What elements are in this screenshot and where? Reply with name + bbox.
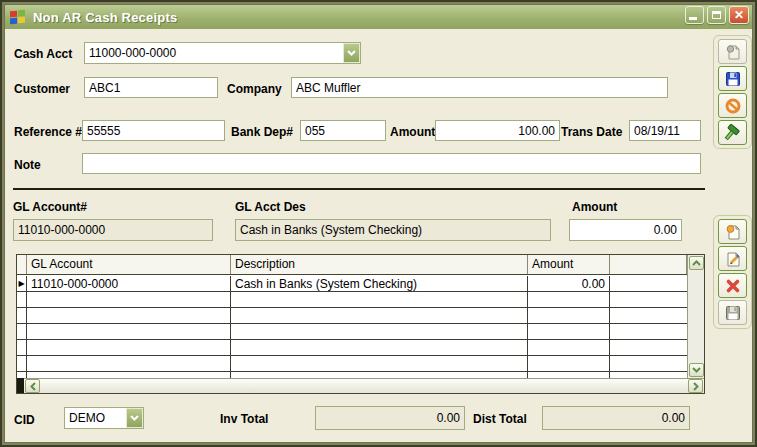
grid-column-header[interactable]: GL Account (27, 255, 231, 274)
grid-cell[interactable] (528, 356, 610, 371)
grid-cell[interactable] (610, 340, 687, 355)
reference-label: Reference # (14, 125, 82, 139)
grid-cell[interactable] (231, 308, 528, 323)
grid-cell[interactable] (27, 292, 231, 307)
grid-cell[interactable] (27, 340, 231, 355)
gl-account-label: GL Account# (13, 200, 87, 214)
note-label: Note (14, 158, 41, 172)
edit-row-button[interactable] (718, 246, 747, 271)
grid-cell[interactable]: 0.00 (528, 276, 610, 291)
bank-dep-label: Bank Dep# (231, 125, 293, 139)
close-icon: ✕ (730, 7, 748, 24)
grid-cell[interactable] (610, 276, 687, 291)
table-row[interactable]: ▶11010-000-0000Cash in Banks (System Che… (17, 276, 687, 292)
grid-column-header[interactable]: Description (231, 255, 528, 274)
grid-cell[interactable] (231, 324, 528, 339)
maximize-icon (712, 11, 721, 19)
grid-header: GL AccountDescriptionAmount (17, 255, 687, 275)
grid-cell[interactable] (610, 356, 687, 371)
current-row-marker (17, 340, 27, 355)
table-row[interactable] (17, 308, 687, 324)
gl-amount-field[interactable] (569, 219, 682, 241)
dist-total-field[interactable] (542, 406, 690, 430)
inv-total-field[interactable] (315, 406, 465, 430)
current-row-marker (17, 292, 27, 307)
cancel-button[interactable] (718, 93, 747, 118)
table-row[interactable] (17, 324, 687, 340)
save-button[interactable] (718, 66, 747, 91)
gl-acct-des-label: GL Acct Des (235, 200, 306, 214)
grid-cell[interactable] (610, 292, 687, 307)
new-document-button[interactable] (718, 39, 747, 64)
maximize-button[interactable] (707, 6, 726, 24)
current-row-marker: ▶ (17, 276, 27, 291)
grid-cell[interactable] (231, 356, 528, 371)
customer-field[interactable] (84, 77, 218, 98)
reference-field[interactable] (82, 120, 225, 141)
scroll-up-button[interactable] (689, 256, 704, 270)
current-row-marker (17, 356, 27, 371)
note-field[interactable] (82, 153, 701, 174)
grid-cell[interactable] (27, 356, 231, 371)
gl-acct-des-field[interactable] (235, 219, 551, 241)
client-area: Cash Acct 11000-000-0000 Customer Compan… (5, 29, 752, 442)
current-row-marker (17, 308, 27, 323)
grid-cell[interactable] (610, 324, 687, 339)
cid-label: CID (14, 413, 35, 427)
inv-total-label: Inv Total (220, 412, 268, 426)
dist-total-label: Dist Total (473, 412, 527, 426)
grid-cell[interactable] (231, 292, 528, 307)
delete-row-button[interactable] (718, 273, 747, 298)
cid-combobox[interactable]: DEMO (64, 407, 144, 429)
amount-label: Amount (390, 125, 435, 139)
save-icon (724, 70, 742, 88)
scroll-left-button[interactable] (25, 379, 40, 393)
trans-date-label: Trans Date (561, 125, 622, 139)
grid-cell[interactable] (27, 324, 231, 339)
cash-acct-combobox[interactable]: 11000-000-0000 (84, 42, 361, 64)
horizontal-scrollbar[interactable] (24, 378, 704, 393)
post-button[interactable] (718, 120, 747, 145)
table-row[interactable] (17, 356, 687, 372)
company-field[interactable] (291, 77, 668, 98)
table-row[interactable] (17, 292, 687, 308)
grid-column-header[interactable] (610, 255, 687, 274)
cash-acct-value: 11000-000-0000 (85, 43, 343, 63)
current-row-marker (17, 324, 27, 339)
scroll-down-button[interactable] (689, 363, 704, 377)
titlebar[interactable]: Non AR Cash Receipts (5, 5, 752, 29)
insert-row-button[interactable] (718, 219, 747, 244)
minimize-icon (689, 17, 697, 20)
grid-body: ▶11010-000-0000Cash in Banks (System Che… (17, 276, 687, 378)
close-button[interactable]: ✕ (729, 6, 749, 24)
windows-logo-icon (10, 10, 27, 25)
cid-value: DEMO (65, 408, 126, 428)
grid-column-header[interactable]: Amount (528, 255, 610, 274)
grid-corner (17, 378, 24, 393)
grid-cell[interactable] (528, 292, 610, 307)
minimize-button[interactable] (685, 6, 704, 24)
grid-cell[interactable] (610, 308, 687, 323)
bank-dep-field[interactable] (300, 120, 386, 141)
chevron-down-icon[interactable] (343, 43, 360, 63)
grid-cell[interactable] (528, 340, 610, 355)
delete-row-icon (724, 277, 742, 295)
grid-cell[interactable]: Cash in Banks (System Checking) (231, 276, 528, 291)
gl-account-field[interactable] (13, 219, 213, 241)
toolbar-row-group (713, 215, 752, 329)
grid-cell[interactable] (528, 324, 610, 339)
amount-field[interactable] (435, 120, 560, 141)
grid-cell[interactable] (27, 308, 231, 323)
grid-cell[interactable] (528, 308, 610, 323)
distribution-grid: GL AccountDescriptionAmount ▶11010-000-0… (16, 254, 705, 394)
table-row[interactable] (17, 340, 687, 356)
section-divider (13, 188, 705, 190)
chevron-down-icon[interactable] (126, 408, 143, 428)
grid-cell[interactable]: 11010-000-0000 (27, 276, 231, 291)
customer-label: Customer (14, 82, 70, 96)
grid-cell[interactable] (231, 340, 528, 355)
scroll-right-button[interactable] (688, 379, 703, 393)
vertical-scrollbar[interactable] (687, 255, 704, 378)
save-row-button[interactable] (718, 300, 747, 325)
trans-date-field[interactable] (629, 120, 701, 141)
